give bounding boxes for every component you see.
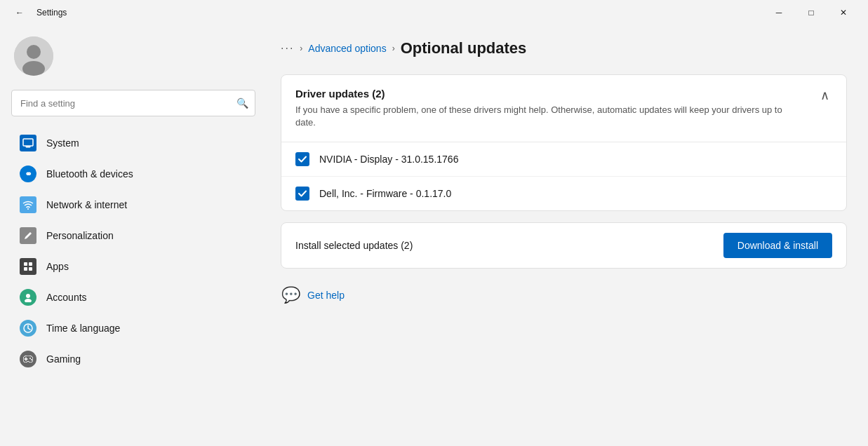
breadcrumb-chevron-2: › bbox=[392, 43, 395, 53]
svg-point-15 bbox=[31, 359, 32, 360]
driver-header: Driver updates (2) If you have a specifi… bbox=[281, 75, 846, 142]
get-help-label: Get help bbox=[307, 290, 345, 301]
collapse-button[interactable]: ∧ bbox=[817, 88, 832, 103]
sidebar-item-gaming[interactable]: Gaming bbox=[6, 344, 261, 374]
driver-item-dell: Dell, Inc. - Firmware - 0.1.17.0 bbox=[281, 177, 846, 210]
driver-description: If you have a specific problem, one of t… bbox=[295, 104, 787, 129]
title-bar: ← Settings ─ □ ✕ bbox=[0, 0, 868, 25]
sidebar: 🔍 System ⚭ Bluetooth & devices Network &… bbox=[0, 25, 267, 446]
app-title: Settings bbox=[36, 8, 67, 18]
accounts-icon bbox=[20, 289, 36, 306]
search-input[interactable] bbox=[11, 90, 255, 116]
minimize-button[interactable]: ─ bbox=[763, 0, 795, 25]
system-icon bbox=[20, 135, 36, 151]
svg-point-2 bbox=[22, 61, 45, 76]
avatar bbox=[14, 36, 53, 76]
get-help[interactable]: 💬 Get help bbox=[281, 285, 847, 305]
svg-rect-8 bbox=[29, 262, 32, 266]
breadcrumb-chevron-1: › bbox=[300, 43, 302, 53]
sidebar-item-system[interactable]: System bbox=[6, 128, 261, 158]
sidebar-item-bluetooth[interactable]: ⚭ Bluetooth & devices bbox=[6, 158, 261, 189]
nvidia-checkbox[interactable] bbox=[295, 152, 309, 166]
apps-icon bbox=[20, 258, 36, 275]
driver-updates-panel: Driver updates (2) If you have a specifi… bbox=[281, 74, 847, 211]
svg-point-6 bbox=[27, 208, 29, 210]
driver-item-nvidia: NVIDIA - Display - 31.0.15.1766 bbox=[281, 142, 846, 177]
svg-rect-7 bbox=[24, 262, 27, 266]
page-title: Optional updates bbox=[401, 39, 527, 58]
sidebar-item-system-label: System bbox=[46, 137, 79, 149]
gaming-icon bbox=[20, 351, 36, 367]
sidebar-item-time-label: Time & language bbox=[46, 323, 120, 334]
svg-rect-3 bbox=[23, 139, 33, 146]
close-button[interactable]: ✕ bbox=[827, 0, 860, 25]
download-install-button[interactable]: Download & install bbox=[723, 233, 832, 258]
install-bar: Install selected updates (2) Download & … bbox=[281, 222, 847, 269]
driver-header-text: Driver updates (2) If you have a specifi… bbox=[295, 88, 787, 129]
window-controls: ─ □ ✕ bbox=[763, 0, 860, 25]
sidebar-item-network-label: Network & internet bbox=[46, 199, 127, 210]
install-label: Install selected updates (2) bbox=[295, 240, 413, 251]
sidebar-item-accounts-label: Accounts bbox=[46, 292, 87, 303]
svg-point-11 bbox=[26, 294, 30, 298]
search-box: 🔍 bbox=[11, 90, 255, 116]
sidebar-item-network[interactable]: Network & internet bbox=[6, 189, 261, 220]
driver-title: Driver updates (2) bbox=[295, 88, 787, 100]
search-icon: 🔍 bbox=[236, 97, 248, 109]
sidebar-item-bluetooth-label: Bluetooth & devices bbox=[46, 168, 133, 180]
personalization-icon bbox=[20, 227, 36, 244]
sidebar-item-personalization[interactable]: Personalization bbox=[6, 220, 261, 251]
sidebar-item-personalization-label: Personalization bbox=[46, 230, 114, 241]
back-button[interactable]: ← bbox=[8, 0, 31, 25]
time-icon bbox=[20, 320, 36, 337]
app-body: 🔍 System ⚭ Bluetooth & devices Network &… bbox=[0, 25, 868, 446]
sidebar-item-time[interactable]: Time & language bbox=[6, 313, 261, 344]
bluetooth-icon: ⚭ bbox=[20, 165, 36, 182]
breadcrumb: ··· › Advanced options › Optional update… bbox=[281, 39, 847, 58]
user-profile[interactable] bbox=[0, 25, 267, 90]
sidebar-item-accounts[interactable]: Accounts bbox=[6, 282, 261, 313]
svg-point-1 bbox=[27, 45, 41, 59]
title-bar-left: ← Settings bbox=[8, 0, 67, 25]
svg-point-14 bbox=[29, 358, 31, 359]
breadcrumb-dots[interactable]: ··· bbox=[281, 42, 294, 55]
svg-rect-10 bbox=[29, 267, 32, 271]
sidebar-item-apps-label: Apps bbox=[46, 261, 69, 272]
main-content: ··· › Advanced options › Optional update… bbox=[267, 25, 868, 446]
svg-rect-9 bbox=[24, 267, 27, 271]
maximize-button[interactable]: □ bbox=[795, 0, 827, 25]
network-icon bbox=[20, 196, 36, 213]
sidebar-item-apps[interactable]: Apps bbox=[6, 251, 261, 282]
dell-driver-name: Dell, Inc. - Firmware - 0.1.17.0 bbox=[319, 188, 451, 199]
breadcrumb-advanced-options[interactable]: Advanced options bbox=[308, 43, 386, 54]
help-icon: 💬 bbox=[281, 285, 300, 305]
nvidia-driver-name: NVIDIA - Display - 31.0.15.1766 bbox=[319, 154, 458, 165]
dell-checkbox[interactable] bbox=[295, 187, 309, 201]
sidebar-item-gaming-label: Gaming bbox=[46, 353, 81, 365]
svg-point-12 bbox=[25, 299, 32, 302]
